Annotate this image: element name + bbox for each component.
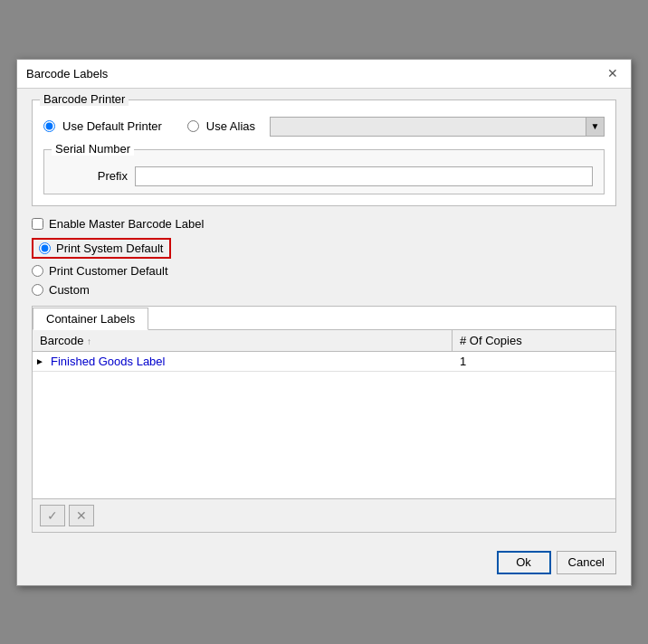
use-default-printer-label: Use Default Printer [62, 119, 162, 133]
print-customer-default-option: Print Customer Default [32, 264, 616, 278]
close-button[interactable]: ✕ [604, 64, 622, 82]
col-barcode-header: Barcode ↑ [33, 330, 453, 351]
use-default-printer-radio[interactable] [43, 120, 55, 132]
check-button[interactable]: ✓ [40, 505, 65, 526]
dialog-body: Barcode Printer Use Default Printer Use … [17, 89, 631, 544]
dialog-title: Barcode Labels [26, 67, 108, 80]
sort-arrow-icon: ↑ [87, 336, 91, 346]
alias-dropdown[interactable]: ▼ [270, 117, 605, 137]
x-button[interactable]: ✕ [69, 505, 94, 526]
table-row[interactable]: ► Finished Goods Label 1 [33, 352, 615, 372]
enable-master-barcode-row: Enable Master Barcode Label [32, 217, 616, 231]
custom-radio[interactable] [32, 284, 43, 296]
print-customer-default-radio[interactable] [32, 265, 43, 277]
tab-container-labels[interactable]: Container Labels [33, 308, 148, 330]
print-system-default-radio[interactable] [39, 242, 51, 254]
print-system-default-label: Print System Default [56, 242, 164, 255]
barcode-printer-group: Barcode Printer Use Default Printer Use … [32, 99, 616, 206]
cell-barcode[interactable]: Finished Goods Label [47, 353, 453, 370]
dialog-footer: Ok Cancel [17, 544, 631, 585]
tab-header: Container Labels [33, 307, 615, 330]
custom-option: Custom [32, 283, 616, 297]
cell-copies: 1 [453, 353, 615, 370]
table-header: Barcode ↑ # Of Copies [33, 330, 615, 352]
serial-number-label: Serial Number [52, 142, 134, 156]
tab-container: Container Labels Barcode ↑ # Of Copies ►… [32, 306, 616, 533]
row-arrow-icon: ► [33, 356, 47, 366]
table-area: Barcode ↑ # Of Copies ► Finished Goods L… [33, 330, 615, 498]
col-copies-header: # Of Copies [453, 330, 615, 351]
table-empty-area [33, 372, 615, 498]
enable-master-barcode-checkbox[interactable] [32, 218, 43, 230]
barcode-printer-label: Barcode Printer [40, 92, 129, 106]
enable-master-barcode-label: Enable Master Barcode Label [49, 217, 204, 231]
print-customer-default-label: Print Customer Default [49, 264, 168, 278]
custom-label: Custom [49, 283, 90, 297]
table-footer-buttons: ✓ ✕ [33, 498, 615, 532]
print-system-default-option[interactable]: Print System Default [32, 238, 171, 259]
use-alias-label: Use Alias [206, 119, 255, 133]
prefix-input[interactable] [135, 166, 593, 186]
barcode-labels-dialog: Barcode Labels ✕ Barcode Printer Use Def… [16, 59, 632, 586]
use-alias-radio[interactable] [187, 120, 199, 132]
alias-dropdown-arrow[interactable]: ▼ [586, 118, 604, 136]
title-bar: Barcode Labels ✕ [17, 60, 631, 89]
cancel-button[interactable]: Cancel [557, 551, 616, 574]
prefix-label: Prefix [55, 169, 128, 183]
ok-button[interactable]: Ok [497, 551, 551, 574]
